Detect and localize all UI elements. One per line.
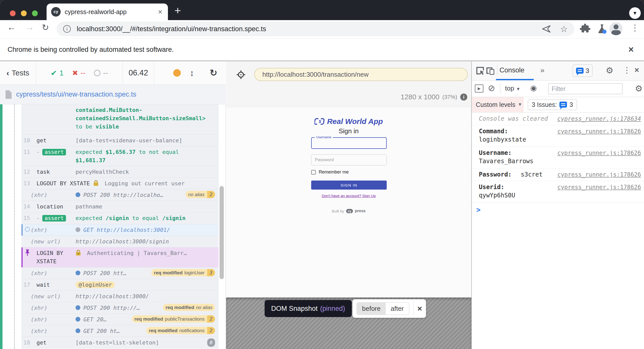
command-method: get xyxy=(37,338,76,347)
console-message-badge[interactable]: 3 xyxy=(573,64,593,77)
site-info-icon[interactable]: i xyxy=(63,25,71,33)
after-toggle-button[interactable]: after xyxy=(386,303,409,315)
issues-button[interactable]: 3 Issues: 3 xyxy=(528,99,577,110)
file-icon xyxy=(5,90,12,99)
back-button[interactable]: ← xyxy=(7,22,16,32)
command-row[interactable]: 14 location pathname xyxy=(21,201,219,212)
command-row[interactable]: 15 -assert expected /signin to equal /si… xyxy=(21,212,219,224)
browser-toolbar: ← → ↻ i localhost:3000/__/#/tests/integr… xyxy=(0,20,644,38)
spec-file-link[interactable]: cypress/tests/ui/new-transaction.spec.ts xyxy=(16,91,136,98)
username-field[interactable]: Username xyxy=(311,137,387,149)
xhr-row[interactable]: (xhr) POST 200 http://… req modifiedno a… xyxy=(21,302,219,314)
xhr-row[interactable]: (xhr) POST 200 http://localho… no alias2 xyxy=(21,189,219,201)
devtools-menu-icon[interactable]: ⋮ xyxy=(623,65,631,75)
console-message: Username: Tavares_Barrows cypress_runner… xyxy=(472,147,644,168)
tab-console[interactable]: Console xyxy=(499,66,524,74)
inspect-element-icon[interactable] xyxy=(475,66,485,75)
xhr-row-active[interactable]: (xhr) GET http://localhost:3001/ xyxy=(21,224,219,236)
command-number: 15 xyxy=(21,214,37,222)
more-tabs-icon[interactable]: » xyxy=(540,66,545,74)
remember-checkbox[interactable] xyxy=(311,170,316,175)
snapshot-backdrop: DOM Snapshot (pinned) before after × xyxy=(226,297,471,349)
xhr-row[interactable]: (xhr) GET 200 ht… req modifiednotificati… xyxy=(21,325,219,337)
forward-button: → xyxy=(25,22,34,32)
message-value: s3cret xyxy=(521,171,543,178)
pending-stat[interactable]: -- xyxy=(94,69,108,77)
source-link[interactable]: cypress_runner.js:178626 xyxy=(557,170,641,179)
failed-stat[interactable]: ✖ -- xyxy=(72,69,86,77)
xhr-message: GET 20… xyxy=(83,316,107,323)
passed-stat[interactable]: ✔ 1 xyxy=(51,69,63,77)
assert-badge: assert xyxy=(42,149,66,155)
device-toolbar-icon[interactable] xyxy=(485,66,495,75)
tab-close-icon[interactable]: × xyxy=(157,8,163,16)
window-minimize-button[interactable] xyxy=(21,11,27,16)
xhr-status-dot xyxy=(76,305,80,310)
check-icon: ✔ xyxy=(51,69,57,77)
command-number: 17 xyxy=(21,281,37,289)
back-to-tests-button[interactable]: ‹ Tests xyxy=(0,61,36,84)
devtools-close-icon[interactable]: × xyxy=(634,65,639,75)
command-row[interactable]: 10 get [data-test=sidenav-user-balance] xyxy=(21,135,219,146)
command-row[interactable]: contained.MuiButton- containedSizeSmall.… xyxy=(21,104,219,135)
console-prompt[interactable]: > xyxy=(472,203,644,214)
browser-menu-icon[interactable]: ⋮ xyxy=(631,23,639,33)
banner-close-icon[interactable]: × xyxy=(628,44,634,55)
snapshot-close-icon[interactable]: × xyxy=(413,301,422,316)
command-row-pinned[interactable]: LOGIN BY XSTATE Authenticating | Tavares… xyxy=(21,247,219,268)
source-link[interactable]: cypress_runner.js:178634 xyxy=(557,115,641,123)
new-url-row[interactable]: (new url) http://localhost:3000/signin xyxy=(21,236,219,247)
password-input[interactable] xyxy=(311,155,386,165)
new-url-row[interactable]: (new url) http://localhost:3000/ xyxy=(21,291,219,302)
console-sidebar-icon[interactable]: ▶ xyxy=(475,84,483,93)
password-field[interactable] xyxy=(311,154,387,165)
custom-levels-dropdown[interactable]: Custom levels ▼ xyxy=(472,97,524,112)
auto-scroll-indicator-icon[interactable] xyxy=(173,69,181,77)
context-selector[interactable]: top ▼ xyxy=(505,84,520,92)
bookmark-star-icon[interactable]: ☆ xyxy=(560,24,568,34)
new-tab-button[interactable]: + xyxy=(174,6,181,16)
username-input[interactable] xyxy=(312,138,386,148)
url-text[interactable]: localhost:3000/__/#/tests/integration/ui… xyxy=(77,25,542,33)
command-row[interactable]: 17 wait @loginUser xyxy=(21,279,219,291)
console-filter-input[interactable] xyxy=(548,83,623,94)
before-toggle-button[interactable]: before xyxy=(357,303,386,315)
browser-tab[interactable]: cy cypress-realworld-app × xyxy=(47,4,168,20)
browser-profile-avatar[interactable] xyxy=(610,22,623,35)
xhr-row[interactable]: (xhr) GET 20… req modifiedpublicTransact… xyxy=(21,314,219,325)
signin-button[interactable]: SIGN IN xyxy=(311,181,387,190)
console-settings-icon[interactable]: ⚙ xyxy=(635,83,642,94)
signup-link[interactable]: Don't have an account? Sign Up xyxy=(322,194,376,198)
selector-playground-icon[interactable] xyxy=(237,70,245,79)
remember-me-row[interactable]: Remember me xyxy=(311,169,349,175)
viewport-info-icon[interactable]: i xyxy=(460,94,467,101)
flask-extension-icon[interactable] xyxy=(596,23,608,35)
message-label: Username: xyxy=(479,149,512,156)
clear-console-icon[interactable]: ⊘ xyxy=(488,83,495,93)
window-zoom-button[interactable] xyxy=(32,11,38,16)
address-bar[interactable]: i localhost:3000/__/#/tests/integration/… xyxy=(57,22,574,36)
reload-button[interactable]: ↻ xyxy=(42,22,49,32)
rerun-tests-icon[interactable]: ↻ xyxy=(210,68,217,78)
command-message: percyHealthCheck xyxy=(76,168,216,176)
extensions-puzzle-icon[interactable] xyxy=(580,23,591,34)
command-log: contained.MuiButton- containedSizeSmall.… xyxy=(21,104,219,349)
profile-chip-icon[interactable]: ▼ xyxy=(629,7,641,19)
command-row[interactable]: 13 LOGOUT BY XSTATE Logging out current … xyxy=(21,178,219,189)
before-after-toggle: before after xyxy=(356,302,409,315)
source-link[interactable]: cypress_runner.js:178626 xyxy=(557,127,641,136)
aut-url-bar[interactable]: http://localhost:3000/transaction/new xyxy=(254,68,468,81)
command-row[interactable]: 12 task percyHealthCheck xyxy=(21,166,219,178)
rwa-brand-text: Real World App xyxy=(327,117,383,126)
scroll-toggle-icon[interactable]: ↕ xyxy=(190,68,194,78)
reporter-scrollbar[interactable] xyxy=(220,186,224,279)
command-row[interactable]: 11 -assert expected $1,656.37 to not equ… xyxy=(21,146,219,166)
window-close-button[interactable] xyxy=(10,11,16,16)
live-expression-icon[interactable]: ◉ xyxy=(530,83,537,92)
send-to-device-icon[interactable] xyxy=(542,25,551,33)
devtools-settings-icon[interactable]: ⚙ xyxy=(606,65,613,75)
source-link[interactable]: cypress_runner.js:178626 xyxy=(557,149,641,157)
xhr-row[interactable]: (xhr) POST 200 htt… req modifiedloginUse… xyxy=(21,268,219,279)
command-row[interactable]: 18 get [data-test=list-skeleton] 0 xyxy=(21,337,219,348)
source-link[interactable]: cypress_runner.js:178626 xyxy=(557,183,641,191)
